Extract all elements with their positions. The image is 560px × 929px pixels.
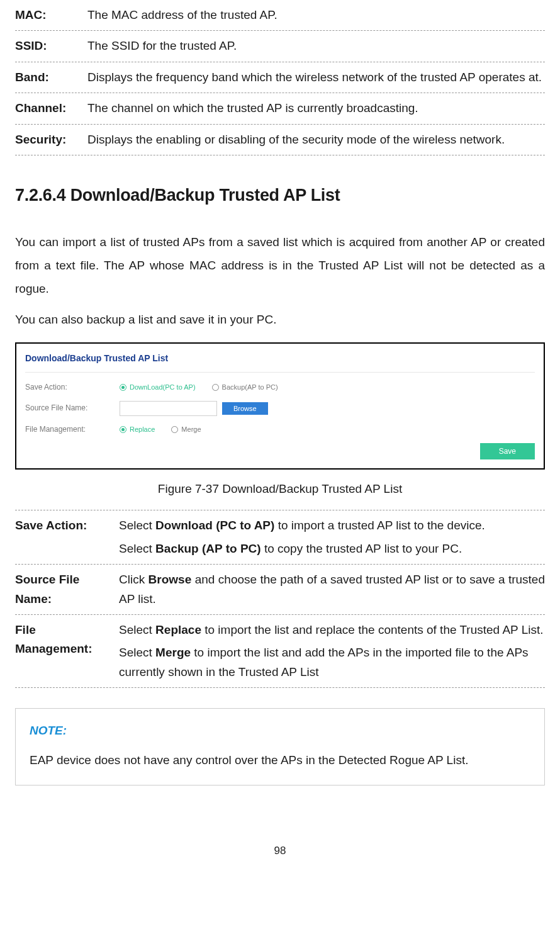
- page-number: 98: [15, 842, 545, 878]
- radio-dot-icon: [120, 384, 126, 391]
- file-management-label: File Management:: [25, 424, 120, 436]
- term-desc: Click Browse and choose the path of a sa…: [119, 570, 545, 609]
- radio-dot-icon: [212, 384, 219, 391]
- note-body: EAP device does not have any control ove…: [30, 751, 530, 770]
- bold-text: Backup (AP to PC): [155, 542, 261, 555]
- table-row: SSID: The SSID for the trusted AP.: [15, 31, 545, 62]
- table-row: MAC: The MAC address of the trusted AP.: [15, 0, 545, 31]
- bold-text: Replace: [155, 623, 201, 636]
- term-label: Save Action:: [15, 516, 119, 558]
- body-paragraph: You can also backup a list and save it i…: [15, 308, 545, 331]
- term-label: Band:: [15, 68, 87, 87]
- text: Select: [119, 542, 155, 555]
- table-row: Band: Displays the frequency band which …: [15, 62, 545, 93]
- text: to import the list and replace the conte…: [201, 623, 544, 636]
- term-label: Channel:: [15, 99, 87, 118]
- term-desc: Select Replace to import the list and re…: [119, 621, 545, 682]
- text: Click: [119, 573, 148, 586]
- screenshot-figure: Download/Backup Trusted AP List Save Act…: [15, 342, 545, 470]
- body-paragraph: You can import a list of trusted APs fro…: [15, 230, 545, 300]
- term-desc: Displays the enabling or disabling of th…: [87, 130, 545, 149]
- file-management-row: File Management: Replace Merge: [25, 424, 535, 436]
- term-desc: The SSID for the trusted AP.: [87, 37, 545, 55]
- source-file-input[interactable]: [120, 401, 217, 416]
- table-row: Save Action: Select Download (PC to AP) …: [15, 510, 545, 565]
- text: Select: [119, 646, 155, 659]
- term-desc: Displays the frequency band which the wi…: [87, 68, 545, 87]
- bold-text: Download (PC to AP): [155, 519, 274, 532]
- term-desc: The MAC address of the trusted AP.: [87, 6, 545, 25]
- save-action-label: Save Action:: [25, 381, 120, 393]
- bold-text: Browse: [148, 573, 192, 586]
- note-title: NOTE:: [30, 721, 530, 740]
- radio-label: DownLoad(PC to AP): [130, 382, 196, 393]
- table-row: Channel: The channel on which the truste…: [15, 93, 545, 124]
- section-heading: 7.2.6.4 Download/Backup Trusted AP List: [15, 182, 545, 209]
- text: Select: [119, 623, 155, 636]
- source-file-label: Source File Name:: [25, 402, 120, 414]
- bold-text: Merge: [155, 646, 191, 659]
- radio-download[interactable]: DownLoad(PC to AP): [120, 382, 196, 393]
- table-row: Source File Name: Click Browse and choos…: [15, 565, 545, 615]
- browse-button[interactable]: Browse: [222, 402, 268, 415]
- term-label: File Management:: [15, 621, 119, 682]
- radio-label: Replace: [130, 424, 155, 436]
- radio-dot-icon: [171, 426, 178, 433]
- term-desc: Select Download (PC to AP) to import a t…: [119, 516, 545, 558]
- term-label: SSID:: [15, 37, 87, 55]
- divider: [25, 372, 535, 373]
- source-file-row: Source File Name: Browse: [25, 401, 535, 416]
- table-row: Security: Displays the enabling or disab…: [15, 125, 545, 155]
- text: to import a trusted AP list to the devic…: [274, 519, 484, 532]
- definitions-table-2: Save Action: Select Download (PC to AP) …: [15, 510, 545, 688]
- radio-backup[interactable]: Backup(AP to PC): [212, 382, 278, 393]
- radio-label: Backup(AP to PC): [222, 382, 278, 393]
- text: Select: [119, 519, 155, 532]
- screenshot-title: Download/Backup Trusted AP List: [25, 351, 535, 365]
- save-action-row: Save Action: DownLoad(PC to AP) Backup(A…: [25, 381, 535, 393]
- radio-replace[interactable]: Replace: [120, 424, 155, 436]
- term-label: Security:: [15, 130, 87, 149]
- term-desc: The channel on which the trusted AP is c…: [87, 99, 545, 118]
- term-label: MAC:: [15, 6, 87, 25]
- text: to copy the trusted AP list to your PC.: [261, 542, 462, 555]
- save-button[interactable]: Save: [480, 443, 535, 459]
- radio-dot-icon: [120, 426, 126, 433]
- radio-label: Merge: [181, 424, 201, 436]
- term-label: Source File Name:: [15, 570, 119, 609]
- figure-caption: Figure 7-37 Download/Backup Trusted AP L…: [15, 480, 545, 498]
- table-row: File Management: Select Replace to impor…: [15, 615, 545, 688]
- definitions-table-1: MAC: The MAC address of the trusted AP. …: [15, 0, 545, 155]
- note-box: NOTE: EAP device does not have any contr…: [15, 708, 545, 785]
- radio-merge[interactable]: Merge: [171, 424, 201, 436]
